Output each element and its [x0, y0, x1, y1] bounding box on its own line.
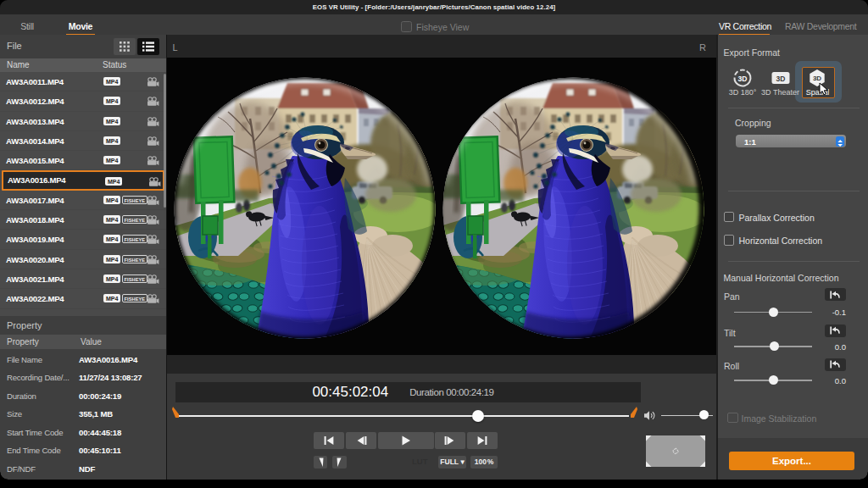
svg-text:3D: 3D: [776, 75, 785, 83]
svg-text:3D: 3D: [738, 75, 748, 83]
svg-text:3D: 3D: [812, 75, 821, 82]
